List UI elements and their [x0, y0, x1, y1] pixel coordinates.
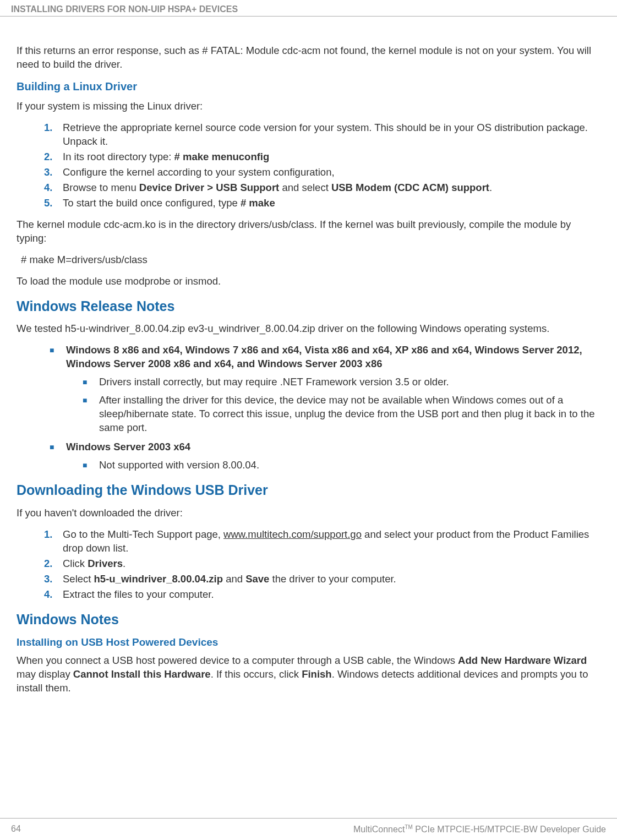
- windows-notes-heading: Windows Notes: [17, 610, 600, 629]
- sub-list: Not supported with version 8.00.04.: [66, 459, 600, 472]
- load-paragraph: To load the module use modprobe or insmo…: [17, 275, 600, 288]
- note-text: Drivers install correctly, but may requi…: [99, 376, 449, 388]
- note-text: After installing the driver for this dev…: [99, 394, 595, 433]
- note-text: Not supported with version 8.00.04.: [99, 459, 259, 471]
- download-steps-list: Go to the Multi-Tech Support page, www.m…: [17, 528, 600, 602]
- step-text: Configure the kernel according to your s…: [63, 166, 335, 178]
- usb-host-paragraph: When you connect a USB host powered devi…: [17, 654, 600, 695]
- list-item: After installing the driver for this dev…: [83, 394, 600, 435]
- kernel-paragraph: The kernel module cdc-acm.ko is in the d…: [17, 218, 600, 246]
- building-linux-driver-heading: Building a Linux Driver: [17, 79, 600, 94]
- step-menu: Device Driver > USB Support: [139, 182, 279, 193]
- list-item: Go to the Multi-Tech Support page, www.m…: [44, 528, 600, 555]
- support-link[interactable]: www.multitech.com/support.go: [223, 528, 362, 540]
- make-command: # make M=drivers/usb/class: [17, 253, 600, 267]
- list-item: Configure the kernel according to your s…: [44, 166, 600, 179]
- step-text: and: [223, 573, 245, 585]
- list-item: Select h5-u_windriver_8.00.04.zip and Sa…: [44, 572, 600, 586]
- para-text: may display: [17, 668, 73, 680]
- list-item: Windows 8 x86 and x64, Windows 7 x86 and…: [50, 343, 600, 435]
- step-action: Drivers: [88, 558, 123, 569]
- downloading-windows-driver-heading: Downloading the Windows USB Driver: [17, 481, 600, 500]
- list-item: Windows Server 2003 x64 Not supported wi…: [50, 440, 600, 472]
- os-name: Windows 8 x86 and x64, Windows 7 x86 and…: [66, 344, 582, 369]
- step-text: Click: [63, 558, 88, 569]
- step-text: To start the build once configured, type: [63, 197, 241, 209]
- step-text: Retrieve the appropriate kernel source c…: [63, 122, 588, 147]
- os-name: Windows Server 2003 x64: [66, 441, 190, 452]
- list-item: Extract the files to your computer.: [44, 588, 600, 602]
- doc-name: MultiConnect: [353, 825, 405, 834]
- button-name: Finish: [302, 668, 331, 680]
- windows-os-list: Windows 8 x86 and x64, Windows 7 x86 and…: [17, 343, 600, 472]
- windows-release-notes-heading: Windows Release Notes: [17, 297, 600, 316]
- step-option: USB Modem (CDC ACM) support: [331, 182, 489, 193]
- step-command: # make: [241, 197, 275, 209]
- list-item: Retrieve the appropriate kernel source c…: [44, 121, 600, 149]
- usb-host-subheading: Installing on USB Host Powered Devices: [17, 635, 600, 650]
- step-text: the driver to your computer.: [269, 573, 396, 585]
- page-number: 64: [11, 824, 21, 834]
- para-text: When you connect a USB host powered devi…: [17, 654, 458, 666]
- list-item: Browse to menu Device Driver > USB Suppo…: [44, 181, 600, 195]
- sub-list: Drivers install correctly, but may requi…: [66, 375, 600, 435]
- step-file: h5-u_windriver_8.00.04.zip: [94, 573, 223, 585]
- step-text: Select: [63, 573, 94, 585]
- list-item: In its root directory type: # make menuc…: [44, 150, 600, 164]
- building-intro: If your system is missing the Linux driv…: [17, 100, 600, 113]
- main-content: If this returns an error response, such …: [0, 17, 617, 714]
- page-footer: 64 MultiConnectTM PCIe MTPCIE-H5/MTPCIE-…: [0, 818, 617, 840]
- step-action: Save: [245, 573, 269, 585]
- step-text: Go to the Multi-Tech Support page,: [63, 528, 223, 540]
- win-notes-intro: We tested h5-u-windriver_8.00.04.zip ev3…: [17, 322, 600, 336]
- doc-title: MultiConnectTM PCIe MTPCIE-H5/MTPCIE-BW …: [353, 824, 606, 834]
- wizard-name: Add New Hardware Wizard: [458, 654, 587, 666]
- download-intro: If you haven't downloaded the driver:: [17, 506, 600, 520]
- step-command: # make menuconfig: [174, 151, 270, 162]
- step-text: In its root directory type:: [63, 151, 174, 162]
- step-text: .: [123, 558, 125, 569]
- list-item: To start the build once configured, type…: [44, 197, 600, 210]
- step-text: .: [489, 182, 492, 193]
- page-header: INSTALLING DRIVERS FOR NON-UIP HSPA+ DEV…: [0, 0, 617, 17]
- trademark-icon: TM: [405, 824, 412, 830]
- step-text: Extract the files to your computer.: [63, 588, 214, 600]
- step-text: Browse to menu: [63, 182, 139, 193]
- list-item: Not supported with version 8.00.04.: [83, 459, 600, 472]
- list-item: Drivers install correctly, but may requi…: [83, 375, 600, 389]
- building-steps-list: Retrieve the appropriate kernel source c…: [17, 121, 600, 210]
- intro-paragraph: If this returns an error response, such …: [17, 44, 600, 72]
- step-text: and select: [279, 182, 331, 193]
- list-item: Click Drivers.: [44, 557, 600, 571]
- message-text: Cannot Install this Hardware: [73, 668, 211, 680]
- doc-subtitle: PCIe MTPCIE-H5/MTPCIE-BW Developer Guide: [413, 825, 606, 834]
- para-text: . If this occurs, click: [211, 668, 302, 680]
